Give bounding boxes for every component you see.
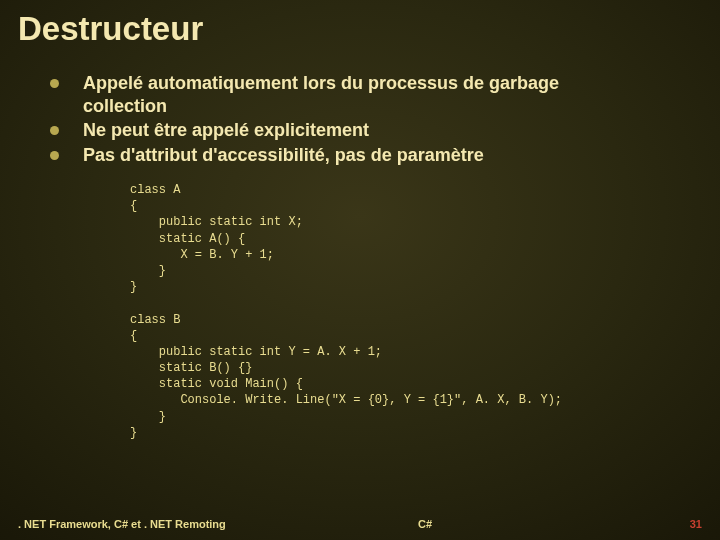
footer: . NET Framework, C# et . NET Remoting C#… [18,518,702,530]
footer-left: . NET Framework, C# et . NET Remoting [18,518,226,530]
list-item: Pas d'attribut d'accessibilité, pas de p… [50,144,720,167]
bullet-icon [50,126,59,135]
list-item: Appelé automatiquement lors du processus… [50,72,720,117]
bullet-text: Pas d'attribut d'accessibilité, pas de p… [83,144,484,167]
list-item: Ne peut être appelé explicitement [50,119,720,142]
footer-center: C# [418,518,432,530]
code-block: class A { public static int X; static A(… [130,182,720,441]
bullet-icon [50,79,59,88]
slide-title: Destructeur [0,0,720,48]
bullet-list: Appelé automatiquement lors du processus… [50,72,720,166]
bullet-icon [50,151,59,160]
page-number: 31 [690,518,702,530]
bullet-text: Appelé automatiquement lors du processus… [83,72,633,117]
bullet-text: Ne peut être appelé explicitement [83,119,369,142]
